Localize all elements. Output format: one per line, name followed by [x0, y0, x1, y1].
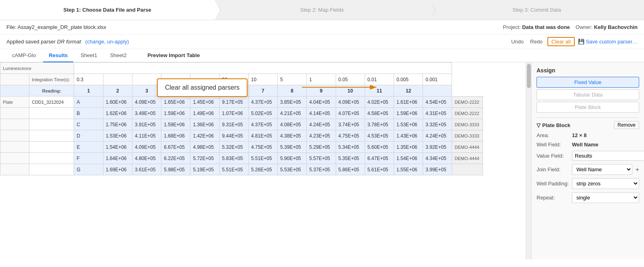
table-row: B 1.62E+06 3.49E+05 1.59E+06 1.49E+06 1.…	[0, 108, 483, 119]
tab-camp-glo[interactable]: cAMP-Glo	[6, 49, 41, 62]
tab-sheet2[interactable]: Sheet2	[104, 49, 132, 62]
applied-text: Applied saved parser	[6, 39, 56, 45]
tabs-bar: cAMP-Glo Results Sheet1 Sheet2 Preview I…	[0, 49, 644, 62]
area-label: Area:	[537, 132, 569, 138]
file-bar: File: Assay2_example_DR_plate block.xlsx…	[0, 20, 644, 35]
project-info: Project: Data that was done Owner: Kelly…	[503, 24, 638, 30]
table-row: Luminescence	[0, 63, 483, 74]
assign-label: Assign	[537, 67, 639, 74]
project-name: Data that was done	[522, 24, 570, 30]
save-parser-button[interactable]: 💾 Save custom parser…	[578, 39, 638, 45]
repeat-row: Repeat: single	[537, 192, 639, 203]
plate-block-button[interactable]: Plate Block	[537, 102, 639, 113]
well-field-label: Well Field:	[537, 142, 569, 148]
assign-buttons: Fixed Value Tabular Data Plate Block	[537, 77, 639, 113]
tab-results[interactable]: Results	[43, 49, 73, 62]
change-link[interactable]: (change, un-apply)	[85, 39, 129, 45]
file-info: File: Assay2_example_DR_plate block.xlsx	[6, 24, 106, 30]
clear-all-button[interactable]: Clear all	[547, 37, 575, 46]
owner-label: Owner:	[576, 24, 592, 30]
well-padding-label: Well Padding:	[537, 181, 569, 187]
repeat-select[interactable]: single	[572, 192, 639, 203]
table-row: Reading: 1 2 3 4 5 6 7 8 9 10 11 12	[0, 85, 483, 97]
project-label: Project:	[503, 24, 520, 30]
stepper: Step 1: Choose Data File and Parse Step …	[0, 0, 644, 20]
table-row: Integration Time(s): 0.3 30 10 5 1 0.05 …	[0, 74, 483, 85]
table-row: C 1.75E+06 3.91E+05 1.59E+06 1.36E+06 9.…	[0, 119, 483, 130]
collapse-icon: ▽	[537, 122, 541, 128]
luminescence-label: Luminescence	[0, 63, 74, 74]
section-divider	[537, 117, 639, 118]
remove-button[interactable]: Remove	[614, 121, 639, 129]
step-3[interactable]: Step 3: Commit Data	[429, 0, 644, 20]
well-field-value: Well Name	[572, 142, 599, 148]
well-padding-row: Well Padding: strip zeros	[537, 178, 639, 189]
file-label: File:	[6, 24, 17, 30]
right-panel: Assign Fixed Value Tabular Data Plate Bl…	[531, 62, 644, 259]
table-row: D 1.53E+06 4.11E+05 1.68E+06 1.42E+06 9.…	[0, 130, 483, 142]
table-row: E 1.54E+06 4.09E+05 6.67E+05 4.98E+05 5.…	[0, 142, 483, 153]
value-field-label: Value Field:	[537, 153, 569, 159]
table-row: F 1.64E+06 4.80E+05 6.22E+05 5.72E+05 5.…	[0, 153, 483, 164]
plate-block-label: Plate Block	[542, 122, 570, 128]
redo-button[interactable]: Redo	[528, 38, 544, 45]
area-value: 12 × 8	[572, 132, 587, 138]
table-row: Plate CDD1_3212024 A 1.60E+06 4.09E+05 1…	[0, 97, 483, 108]
step-2-label: Step 2: Map Fields	[300, 7, 344, 13]
value-field-input[interactable]	[572, 151, 644, 161]
file-name: Assay2_example_DR_plate block.xlsx	[17, 24, 106, 30]
step-1[interactable]: Step 1: Choose Data File and Parse	[0, 0, 215, 20]
step-1-label: Step 1: Choose Data File and Parse	[64, 7, 151, 13]
tab-sheet1[interactable]: Sheet1	[75, 49, 103, 62]
parser-name: DR format	[57, 39, 81, 45]
step-3-label: Step 3: Commit Data	[512, 7, 561, 13]
join-field-label: Join Field:	[537, 166, 569, 173]
scroll-track[interactable]	[526, 62, 531, 259]
join-field-add-button[interactable]: +	[636, 166, 639, 173]
tab-preview[interactable]: Preview Import Table	[142, 49, 206, 62]
step-2[interactable]: Step 2: Map Fields	[215, 0, 429, 20]
repeat-label: Repeat:	[537, 195, 569, 201]
spreadsheet: Luminescence Integration Time(s): 0.3 30…	[0, 62, 483, 175]
scroll-thumb[interactable]	[527, 64, 531, 88]
join-field-row: Join Field: Well Name +	[537, 164, 639, 175]
main-content: Luminescence Integration Time(s): 0.3 30…	[0, 62, 644, 259]
well-field-row: Well Field: Well Name	[537, 142, 639, 148]
plate-block-header: ▽ Plate Block Remove	[537, 121, 639, 129]
parser-text: Applied saved parser DR format (change, …	[6, 39, 129, 45]
plate-block-title: ▽ Plate Block	[537, 122, 570, 128]
table-area[interactable]: Luminescence Integration Time(s): 0.3 30…	[0, 62, 526, 259]
well-padding-select[interactable]: strip zeros	[572, 178, 639, 189]
area-row: Area: 12 × 8	[537, 132, 639, 138]
parser-actions: Undo Redo Clear all 💾 Save custom parser…	[510, 37, 638, 46]
value-field-row: Value Field:	[537, 151, 639, 161]
owner-name: Kelly Bachovchin	[594, 24, 638, 30]
parser-bar: Applied saved parser DR format (change, …	[0, 35, 644, 49]
undo-button[interactable]: Undo	[510, 38, 525, 45]
fixed-value-button[interactable]: Fixed Value	[537, 77, 639, 88]
tabular-data-button[interactable]: Tabular Data	[537, 89, 639, 100]
table-row: G 1.69E+06 3.61E+05 5.98E+05 5.19E+05 5.…	[0, 164, 483, 175]
join-field-select[interactable]: Well Name	[572, 164, 632, 175]
